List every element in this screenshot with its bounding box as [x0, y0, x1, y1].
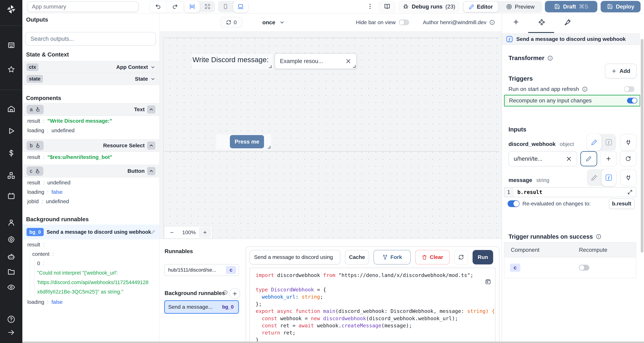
favorites-star-icon[interactable]: [0, 65, 22, 74]
workers-robot-icon[interactable]: [0, 252, 22, 261]
eval-mode[interactable]: ƒ: [602, 169, 616, 186]
code-editor[interactable]: import discordwebhook from "https://deno…: [250, 268, 495, 343]
redo-button[interactable]: [166, 1, 184, 12]
draft-button[interactable]: Draft ⌘S: [545, 1, 598, 12]
runnable-item-selected[interactable]: Send a message... bg_0: [164, 300, 239, 314]
row-recompute-toggle[interactable]: [579, 265, 589, 270]
add-component-tab[interactable]: [512, 18, 520, 26]
docs-book-button[interactable]: [379, 1, 395, 12]
info-icon[interactable]: [596, 234, 602, 240]
frequency-dropdown[interactable]: once: [262, 17, 285, 28]
bottom-scrollbar[interactable]: [22, 342, 644, 343]
desktop-icon[interactable]: [233, 1, 248, 12]
static-pencil-mode[interactable]: [587, 134, 602, 151]
background-runnable-row[interactable]: bg_0 Send a message to discord using web…: [22, 225, 159, 240]
hide-bar-toggle[interactable]: [399, 20, 409, 25]
tab-preview[interactable]: Preview: [499, 2, 542, 12]
split-view-icon[interactable]: [184, 1, 200, 12]
runnable-item[interactable]: hub/1511/discord/se... c: [164, 264, 239, 276]
scrollbar-thumb[interactable]: [641, 39, 644, 253]
static-pencil-mode[interactable]: [587, 169, 602, 186]
connect-plug-button[interactable]: [620, 134, 636, 151]
run-on-start-toggle[interactable]: [624, 86, 634, 92]
schedules-calendar-icon[interactable]: [0, 192, 22, 200]
app-summary-input[interactable]: App summary: [27, 2, 139, 12]
users-person-icon[interactable]: [0, 218, 22, 227]
variables-dollar-icon[interactable]: [0, 149, 22, 157]
collapse-chevron-up[interactable]: [147, 106, 155, 114]
search-outputs-input[interactable]: Search outputs...: [25, 32, 156, 46]
undo-button[interactable]: [150, 1, 166, 12]
cache-button[interactable]: Cache: [345, 250, 369, 264]
output-row-ctx[interactable]: ctx App Context: [22, 61, 159, 73]
eval-mode[interactable]: ƒ: [602, 134, 616, 151]
refresh-count-button[interactable]: 0: [220, 17, 243, 28]
info-icon[interactable]: [582, 86, 588, 92]
runs-play-icon[interactable]: [0, 127, 22, 135]
folders-icon[interactable]: [0, 268, 22, 276]
add-background-runnable-button[interactable]: [230, 288, 240, 299]
collapse-chevron-up[interactable]: [147, 167, 155, 175]
fork-button[interactable]: Fork: [374, 250, 410, 264]
edit-resource-button[interactable]: [580, 151, 597, 166]
add-resource-button[interactable]: [600, 151, 617, 166]
clear-x-icon[interactable]: [566, 156, 572, 162]
components-settings-tab[interactable]: [538, 18, 546, 26]
sidebar-divider-mid: [0, 90, 22, 90]
press-me-button[interactable]: Press me: [230, 135, 264, 148]
refresh-resource-button[interactable]: [620, 151, 637, 166]
info-icon[interactable]: [547, 55, 553, 61]
settings-gear-icon[interactable]: [0, 235, 22, 244]
plus-icon: [611, 68, 617, 74]
windmill-logo-icon[interactable]: [0, 4, 22, 14]
app-canvas[interactable]: Write Discord message: Example resou... …: [160, 31, 502, 239]
recompute-toggle[interactable]: [627, 98, 637, 104]
styling-brush-tab[interactable]: [564, 18, 572, 26]
home-icon[interactable]: [0, 105, 22, 113]
audit-eye-icon[interactable]: [0, 283, 22, 292]
reeval-toggle[interactable]: [508, 200, 520, 207]
clear-x-icon[interactable]: [346, 58, 351, 64]
kebab-menu-icon[interactable]: [366, 3, 374, 10]
debug-runs-button[interactable]: Debug runs (23): [398, 1, 460, 12]
zoom-out-button[interactable]: −: [164, 229, 179, 236]
chevron-down-icon[interactable]: [150, 76, 155, 82]
zoom-in-button[interactable]: +: [199, 227, 211, 238]
info-icon[interactable]: [489, 20, 495, 25]
right-scrollbar[interactable]: [640, 14, 644, 343]
workspace-icon[interactable]: [0, 42, 22, 50]
refresh-code-button[interactable]: [454, 250, 468, 264]
mobile-icon[interactable]: [218, 1, 233, 12]
clear-button[interactable]: Clear: [415, 250, 450, 264]
component-b-header[interactable]: b Resource Select: [22, 139, 159, 152]
chevron-down-icon[interactable]: [150, 65, 155, 70]
resize-handle[interactable]: [268, 146, 270, 148]
component-a-header[interactable]: a Text: [22, 103, 159, 116]
component-c-header[interactable]: c Button: [22, 165, 159, 178]
script-name-input[interactable]: Send a message to discord using: [250, 250, 340, 264]
resource-select-component[interactable]: Example resou...: [274, 53, 357, 69]
resize-handle[interactable]: [353, 65, 356, 68]
message-expr-editor[interactable]: 1 b.result: [504, 187, 636, 197]
connect-plug-button[interactable]: [620, 169, 636, 186]
bg0-chip: bg_0: [26, 228, 44, 236]
add-transformer-button[interactable]: Add: [605, 64, 636, 78]
help-question-icon[interactable]: [0, 315, 22, 324]
runnable-item-label: hub/1511/discord/se...: [168, 267, 216, 273]
output-row-state[interactable]: state State: [22, 73, 159, 85]
reeval-chip[interactable]: b.result: [609, 198, 634, 209]
run-button[interactable]: Run: [472, 250, 493, 264]
collapse-arrow-icon[interactable]: [0, 328, 22, 336]
expand-icon[interactable]: [627, 190, 633, 195]
resize-handle[interactable]: [269, 65, 272, 68]
tab-editor[interactable]: Editor: [464, 2, 498, 12]
expand-view-icon[interactable]: [200, 1, 215, 12]
kv-row: result:"$res:u/henri/testing_bot": [22, 152, 159, 162]
deploy-button[interactable]: Deploy: [600, 1, 640, 12]
resources-cubes-icon[interactable]: [0, 171, 22, 180]
edit-pencil-icon[interactable]: [151, 230, 155, 234]
copy-icon[interactable]: [485, 278, 491, 285]
text-component[interactable]: Write Discord message:: [192, 54, 273, 69]
resource-picker-input[interactable]: u/henri/te...: [508, 151, 577, 166]
collapse-chevron-up[interactable]: [147, 142, 155, 150]
